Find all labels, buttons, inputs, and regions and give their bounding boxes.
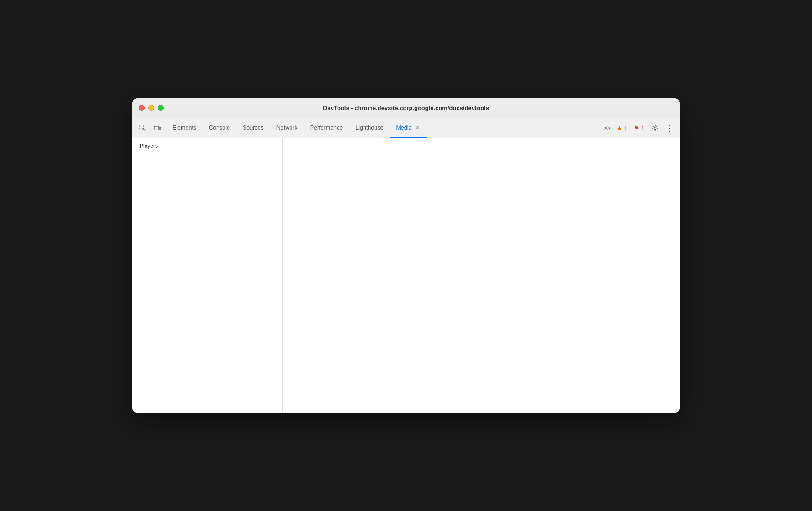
tabs-container: Elements Console Sources Network Perform… (166, 118, 602, 138)
error-badge[interactable]: ⚑ 1 (631, 124, 647, 132)
tab-media-close[interactable]: ✕ (414, 125, 421, 131)
maximize-button[interactable] (158, 105, 164, 111)
more-vertical-icon: ⋮ (666, 124, 674, 132)
traffic-lights (139, 105, 164, 111)
close-button[interactable] (139, 105, 145, 111)
content-area: Players (132, 138, 680, 413)
warning-triangle-icon (617, 126, 622, 130)
flag-icon: ⚑ (634, 125, 639, 131)
tab-console[interactable]: Console (203, 118, 236, 138)
minimize-button[interactable] (148, 105, 154, 111)
tab-sources[interactable]: Sources (236, 118, 270, 138)
svg-point-3 (654, 127, 656, 129)
gear-icon (651, 125, 659, 132)
svg-rect-2 (159, 127, 161, 130)
title-bar: DevTools - chrome.devsite.corp.google.co… (132, 98, 680, 118)
device-toggle-button[interactable] (151, 121, 164, 135)
warning-badge[interactable]: 1 (614, 125, 630, 132)
toolbar-right: >> 1 ⚑ 1 ⋮ (602, 122, 676, 135)
window-title: DevTools - chrome.devsite.corp.google.co… (323, 104, 489, 111)
selector-icon-button[interactable] (136, 121, 150, 135)
sidebar-players-header: Players (132, 138, 282, 154)
more-options-button[interactable]: ⋮ (663, 122, 676, 135)
tab-network[interactable]: Network (270, 118, 304, 138)
sidebar: Players (132, 138, 283, 413)
toolbar: Elements Console Sources Network Perform… (132, 118, 680, 138)
tab-performance[interactable]: Performance (304, 118, 349, 138)
settings-button[interactable] (649, 122, 661, 135)
toolbar-icons (136, 121, 164, 135)
svg-rect-1 (154, 126, 159, 130)
tab-lighthouse[interactable]: Lighthouse (349, 118, 390, 138)
tab-media[interactable]: Media ✕ (390, 118, 427, 138)
devtools-window: DevTools - chrome.devsite.corp.google.co… (132, 98, 680, 413)
tab-elements[interactable]: Elements (166, 118, 203, 138)
main-panel (283, 138, 680, 413)
more-tabs-button[interactable]: >> (602, 123, 613, 134)
